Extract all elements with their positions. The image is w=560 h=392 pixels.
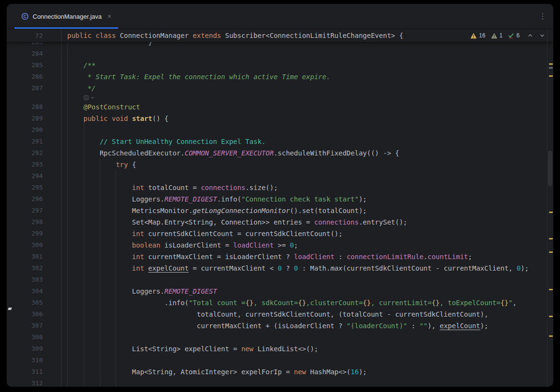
line-number-304[interactable]: 304 [7,285,61,297]
line-number-293[interactable]: 293 [7,159,61,170]
code-text-297[interactable]: MetricsMonitor.getLongConnectionMonitor(… [61,205,367,216]
code-text-291[interactable]: // Start UnHealthy Connection Expel Task… [61,136,266,147]
code-text-296[interactable]: Loggers.REMOTE_DIGEST.info("Connection c… [61,193,367,205]
line-number-297[interactable]: 297 [7,205,61,216]
stripe-mark[interactable] [549,335,553,337]
line-number-299[interactable]: 299 [7,228,61,239]
code-text-289[interactable]: public void start() { [61,113,169,124]
sticky-class-header[interactable]: 72 public class ConnectionManager extend… [7,29,553,42]
stripe-mark[interactable] [549,67,553,69]
code-text-287[interactable]: */ [61,83,96,94]
line-number-290[interactable]: 290 [7,124,61,136]
kebab-menu-icon[interactable]: ⋮ [539,12,547,20]
code-text-309[interactable]: List<String> expelClient = new LinkedLis… [61,343,318,355]
code-line-285: 285 /** [7,59,553,71]
code-text-286[interactable]: * Start Task: Expel the connection which… [61,71,330,83]
code-text-310[interactable] [61,355,67,366]
line-number-307[interactable]: 307 [7,320,61,332]
code-line-310: 310 [7,355,553,366]
code-line-297: 297 MetricsMonitor.getLongConnectionMoni… [7,205,553,216]
code-line-288: 288 @PostConstruct [7,101,553,113]
line-number-312[interactable]: 312 [7,378,61,387]
code-text-303[interactable] [61,274,67,285]
line-number-296[interactable]: 296 [7,193,61,205]
code-text-308[interactable] [61,332,67,343]
code-text-284[interactable] [61,48,67,59]
line-number-300[interactable]: 300 [7,239,61,251]
stripe-mark[interactable] [549,289,553,290]
annotation-inlay-icon[interactable] [61,94,95,101]
line-number-308[interactable]: 308 [7,332,61,343]
inspections-passed-badge[interactable]: 6 [508,32,520,39]
scrollbar-thumb[interactable] [548,151,552,186]
code-line-303: 303 [7,274,553,285]
previous-problem-button[interactable] [527,32,534,39]
code-editor[interactable]: 283 }284285 /**286 * Start Task: Expel t… [7,41,553,387]
code-text-294[interactable] [61,170,67,182]
code-line-305: 305 .info("Total count ={}, sdkCount={},… [7,297,553,309]
line-number-303[interactable]: 303 [7,274,61,285]
passed-count: 6 [516,32,520,39]
next-problem-button[interactable] [539,32,546,39]
code-line-284: 284 [7,48,553,59]
line-number-295[interactable]: 295 [7,182,61,193]
stripe-mark[interactable] [549,63,553,65]
code-text-304[interactable]: Loggers.REMOTE_DIGEST [61,285,217,297]
code-line-291: 291 // Start UnHealthy Connection Expel … [7,136,553,147]
code-line-306: 306 totalCount, currentSdkClientCount, (… [7,309,553,320]
warning-icon [470,33,477,39]
line-number-294[interactable]: 294 [7,170,61,182]
code-text-295[interactable]: int totalCount = connections.size(); [61,182,278,193]
code-text-302[interactable]: int expelCount = currentMaxClient < 0 ? … [61,262,529,274]
line-number-311[interactable]: 311 [7,366,61,378]
code-text-298[interactable]: Set<Map.Entry<String, Connection>> entri… [61,216,407,228]
stripe-mark[interactable] [549,238,553,239]
code-text-283[interactable]: } [61,41,152,48]
line-number-306[interactable]: 306 [7,309,61,320]
error-stripe[interactable] [547,29,553,387]
line-number-298[interactable]: 298 [7,216,61,228]
warnings-badge[interactable]: 16 [470,32,485,39]
code-text-312[interactable] [61,378,67,387]
code-line-293: 293 try { [7,159,553,170]
line-number-284[interactable]: 284 [7,48,61,59]
stripe-mark[interactable] [549,251,553,253]
stripe-mark[interactable] [549,316,553,317]
tab-connectionmanager-java[interactable]: C ConnectionManager.java × [14,4,118,29]
line-number-285[interactable]: 285 [7,59,61,71]
code-line-308: 308 [7,332,553,343]
line-number-287[interactable]: 287 [7,83,61,94]
code-text-305[interactable]: .info("Total count ={}, sdkCount={},clus… [61,297,517,309]
line-number-310[interactable]: 310 [7,355,61,366]
line-number-288[interactable]: 288 [7,101,61,113]
code-text-288[interactable]: @PostConstruct [61,101,140,113]
close-icon[interactable]: × [108,13,111,20]
line-number-301[interactable]: 301 [7,251,61,262]
stripe-mark[interactable] [549,212,553,213]
code-text-285[interactable]: /** [61,59,96,71]
line-number-305[interactable]: 305 [7,297,61,309]
weak-warnings-count: 1 [499,32,503,39]
code-text-290[interactable] [61,124,67,136]
code-line-286: 286 * Start Task: Expel the connection w… [7,71,553,83]
line-number-309[interactable]: 309 [7,343,61,355]
code-text-293[interactable]: try { [61,159,136,170]
stripe-mark[interactable] [549,75,553,77]
code-text-307[interactable]: currentMaxClient + (isLoaderClient ? "(l… [61,320,488,332]
code-text-292[interactable]: RpcScheduledExecutor.COMMON_SERVER_EXECU… [61,147,399,159]
weak-warnings-badge[interactable]: 1 [491,32,503,39]
line-number-289[interactable]: 289 [7,113,61,124]
line-number-302[interactable]: 302 [7,262,61,274]
line-number-286[interactable]: 286 [7,71,61,83]
inlay-gutter [7,94,61,101]
code-text-311[interactable]: Map<String, AtomicInteger> expelForIp = … [61,366,367,378]
active-tab-indicator [14,27,118,29]
code-text-306[interactable]: totalCount, currentSdkClientCount, (tota… [61,309,488,320]
code-line-292: 292 RpcScheduledExecutor.COMMON_SERVER_E… [7,147,553,159]
line-number-283[interactable]: 283 [7,41,61,48]
line-number-291[interactable]: 291 [7,136,61,147]
line-number-292[interactable]: 292 [7,147,61,159]
code-text-299[interactable]: int currentSdkClientCount = currentSdkCl… [61,228,342,239]
code-text-301[interactable]: int currentMaxClient = isLoaderClient ? … [61,251,472,262]
code-text-300[interactable]: boolean isLoaderClient = loadClient >= 0… [61,239,298,251]
